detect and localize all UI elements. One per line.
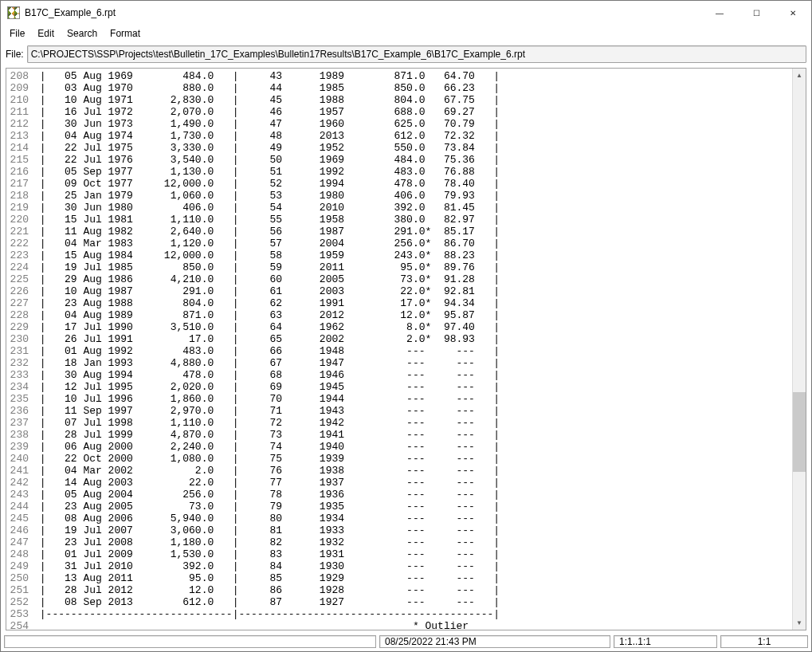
line-text: | 22 Jul 1975 3,330.0 | 49 1952 550.0 73… bbox=[32, 142, 792, 154]
editor-line[interactable]: 219 | 30 Jun 1980 406.0 | 54 2010 392.0 … bbox=[6, 202, 792, 214]
editor-line[interactable]: 247 | 23 Jul 2008 1,180.0 | 82 1932 --- … bbox=[6, 536, 792, 548]
editor-line[interactable]: 239 | 06 Aug 2000 2,240.0 | 74 1940 --- … bbox=[6, 441, 792, 453]
statusbar: 08/25/2022 21:43 PM 1:1..1:1 1:1 bbox=[1, 634, 811, 651]
line-number: 254 bbox=[6, 620, 32, 630]
app-window: B17C_Example_6.rpt — ☐ ✕ File Edit Searc… bbox=[0, 0, 812, 652]
editor-line[interactable]: 217 | 09 Oct 1977 12,000.0 | 52 1994 478… bbox=[6, 178, 792, 190]
editor-line[interactable]: 221 | 11 Aug 1982 2,640.0 | 56 1987 291.… bbox=[6, 226, 792, 238]
editor-line[interactable]: 215 | 22 Jul 1976 3,540.0 | 50 1969 484.… bbox=[6, 154, 792, 166]
window-title: B17C_Example_6.rpt bbox=[25, 7, 701, 18]
editor-line[interactable]: 223 | 15 Aug 1984 12,000.0 | 58 1959 243… bbox=[6, 249, 792, 261]
chevron-down-icon: ▼ bbox=[796, 619, 802, 626]
line-number: 223 bbox=[6, 249, 32, 261]
line-number: 248 bbox=[6, 548, 32, 560]
editor-line[interactable]: 241 | 04 Mar 2002 2.0 | 76 1938 --- --- … bbox=[6, 465, 792, 477]
line-text: | 30 Jun 1973 1,490.0 | 47 1960 625.0 70… bbox=[32, 118, 792, 130]
line-number: 213 bbox=[6, 130, 32, 142]
minimize-button[interactable]: — bbox=[701, 1, 738, 25]
scroll-down-button[interactable]: ▼ bbox=[793, 616, 806, 630]
line-number: 240 bbox=[6, 453, 32, 465]
editor-line[interactable]: 234 | 12 Jul 1995 2,020.0 | 69 1945 --- … bbox=[6, 381, 792, 393]
app-icon bbox=[7, 6, 20, 19]
editor-line[interactable]: 228 | 04 Aug 1989 871.0 | 63 2012 12.0* … bbox=[6, 309, 792, 321]
editor-line[interactable]: 238 | 28 Jul 1999 4,870.0 | 73 1941 --- … bbox=[6, 429, 792, 441]
editor-body[interactable]: 208 | 05 Aug 1969 484.0 | 43 1989 871.0 … bbox=[6, 69, 792, 630]
line-text: | 04 Mar 1983 1,120.0 | 57 2004 256.0* 8… bbox=[32, 238, 792, 249]
editor-line[interactable]: 218 | 25 Jan 1979 1,060.0 | 53 1980 406.… bbox=[6, 190, 792, 202]
editor-line[interactable]: 243 | 05 Aug 2004 256.0 | 78 1936 --- --… bbox=[6, 489, 792, 501]
editor-line[interactable]: 224 | 19 Jul 1985 850.0 | 59 2011 95.0* … bbox=[6, 261, 792, 273]
editor-line[interactable]: 213 | 04 Aug 1974 1,730.0 | 48 2013 612.… bbox=[6, 130, 792, 142]
line-number: 235 bbox=[6, 393, 32, 405]
titlebar[interactable]: B17C_Example_6.rpt — ☐ ✕ bbox=[1, 1, 811, 25]
editor-line[interactable]: 242 | 14 Aug 2003 22.0 | 77 1937 --- ---… bbox=[6, 477, 792, 489]
line-number: 250 bbox=[6, 572, 32, 584]
editor-line[interactable]: 209 | 03 Aug 1970 880.0 | 44 1985 850.0 … bbox=[6, 82, 792, 94]
line-number: 237 bbox=[6, 417, 32, 429]
menu-search[interactable]: Search bbox=[61, 26, 103, 41]
editor-line[interactable]: 216 | 05 Sep 1977 1,130.0 | 51 1992 483.… bbox=[6, 166, 792, 178]
scroll-up-button[interactable]: ▲ bbox=[793, 69, 806, 82]
editor-line[interactable]: 211 | 16 Jul 1972 2,070.0 | 46 1957 688.… bbox=[6, 106, 792, 118]
chevron-up-icon: ▲ bbox=[796, 72, 802, 79]
close-button[interactable]: ✕ bbox=[775, 1, 811, 25]
maximize-button[interactable]: ☐ bbox=[738, 1, 775, 25]
editor-line[interactable]: 254 * Outlier bbox=[6, 620, 792, 630]
line-number: 218 bbox=[6, 190, 32, 202]
editor-line[interactable]: 251 | 28 Jul 2012 12.0 | 86 1928 --- ---… bbox=[6, 584, 792, 596]
line-number: 234 bbox=[6, 381, 32, 393]
line-text: | 05 Aug 2004 256.0 | 78 1936 --- --- | bbox=[32, 489, 792, 501]
scroll-thumb[interactable] bbox=[793, 392, 806, 473]
editor-line[interactable]: 246 | 19 Jul 2007 3,060.0 | 81 1933 --- … bbox=[6, 524, 792, 536]
editor-line[interactable]: 236 | 11 Sep 1997 2,970.0 | 71 1943 --- … bbox=[6, 405, 792, 417]
line-text: | 10 Aug 1987 291.0 | 61 2003 22.0* 92.8… bbox=[32, 285, 792, 297]
line-text: | 22 Jul 1976 3,540.0 | 50 1969 484.0 75… bbox=[32, 154, 792, 166]
editor-line[interactable]: 244 | 23 Aug 2005 73.0 | 79 1935 --- ---… bbox=[6, 501, 792, 513]
line-number: 243 bbox=[6, 489, 32, 501]
line-text: | 10 Jul 1996 1,860.0 | 70 1944 --- --- … bbox=[32, 393, 792, 405]
editor-line[interactable]: 237 | 07 Jul 1998 1,110.0 | 72 1942 --- … bbox=[6, 417, 792, 429]
editor-line[interactable]: 252 | 08 Sep 2013 612.0 | 87 1927 --- --… bbox=[6, 596, 792, 608]
editor-line[interactable]: 253 |------------------------------|----… bbox=[6, 608, 792, 620]
line-number: 231 bbox=[6, 345, 32, 357]
menu-format[interactable]: Format bbox=[104, 26, 146, 41]
editor-line[interactable]: 240 | 22 Oct 2000 1,080.0 | 75 1939 --- … bbox=[6, 453, 792, 465]
line-text: | 23 Aug 1988 804.0 | 62 1991 17.0* 94.3… bbox=[32, 297, 792, 309]
editor-line[interactable]: 233 | 30 Aug 1994 478.0 | 68 1946 --- --… bbox=[6, 369, 792, 381]
editor-line[interactable]: 250 | 13 Aug 2011 95.0 | 85 1929 --- ---… bbox=[6, 572, 792, 584]
editor-line[interactable]: 231 | 01 Aug 1992 483.0 | 66 1948 --- --… bbox=[6, 345, 792, 357]
line-number: 212 bbox=[6, 118, 32, 130]
line-text: | 04 Mar 2002 2.0 | 76 1938 --- --- | bbox=[32, 465, 792, 477]
file-path-field[interactable]: C:\PROJECTS\SSP\Projects\test\Bulletin_1… bbox=[27, 45, 806, 63]
line-text: | 17 Jul 1990 3,510.0 | 64 1962 8.0* 97.… bbox=[32, 321, 792, 333]
menu-file[interactable]: File bbox=[4, 26, 30, 41]
editor-line[interactable]: 210 | 10 Aug 1971 2,830.0 | 45 1988 804.… bbox=[6, 94, 792, 106]
scroll-track[interactable] bbox=[793, 82, 806, 616]
editor-line[interactable]: 248 | 01 Jul 2009 1,530.0 | 83 1931 --- … bbox=[6, 548, 792, 560]
editor-line[interactable]: 230 | 26 Jul 1991 17.0 | 65 2002 2.0* 98… bbox=[6, 333, 792, 345]
line-text: | 22 Oct 2000 1,080.0 | 75 1939 --- --- … bbox=[32, 453, 792, 465]
editor-line[interactable]: 227 | 23 Aug 1988 804.0 | 62 1991 17.0* … bbox=[6, 297, 792, 309]
vertical-scrollbar[interactable]: ▲ ▼ bbox=[792, 69, 806, 630]
editor-line[interactable]: 226 | 10 Aug 1987 291.0 | 61 2003 22.0* … bbox=[6, 285, 792, 297]
editor-line[interactable]: 232 | 18 Jan 1993 4,880.0 | 67 1947 --- … bbox=[6, 357, 792, 369]
editor-line[interactable]: 208 | 05 Aug 1969 484.0 | 43 1989 871.0 … bbox=[6, 70, 792, 82]
editor-line[interactable]: 220 | 15 Jul 1981 1,110.0 | 55 1958 380.… bbox=[6, 214, 792, 226]
line-text: | 26 Jul 1991 17.0 | 65 2002 2.0* 98.93 … bbox=[32, 333, 792, 345]
editor-line[interactable]: 222 | 04 Mar 1983 1,120.0 | 57 2004 256.… bbox=[6, 238, 792, 249]
editor-line[interactable]: 235 | 10 Jul 1996 1,860.0 | 70 1944 --- … bbox=[6, 393, 792, 405]
editor-line[interactable]: 249 | 31 Jul 2010 392.0 | 84 1930 --- --… bbox=[6, 560, 792, 572]
editor-line[interactable]: 225 | 29 Aug 1986 4,210.0 | 60 2005 73.0… bbox=[6, 273, 792, 285]
editor-line[interactable]: 212 | 30 Jun 1973 1,490.0 | 47 1960 625.… bbox=[6, 118, 792, 130]
editor-line[interactable]: 245 | 08 Aug 2006 5,940.0 | 80 1934 --- … bbox=[6, 513, 792, 524]
line-number: 244 bbox=[6, 501, 32, 513]
line-number: 230 bbox=[6, 333, 32, 345]
line-text: | 12 Jul 1995 2,020.0 | 69 1945 --- --- … bbox=[32, 381, 792, 393]
menu-edit[interactable]: Edit bbox=[32, 26, 60, 41]
line-number: 225 bbox=[6, 273, 32, 285]
line-number: 209 bbox=[6, 82, 32, 94]
line-number: 242 bbox=[6, 477, 32, 489]
editor-line[interactable]: 229 | 17 Jul 1990 3,510.0 | 64 1962 8.0*… bbox=[6, 321, 792, 333]
line-text: | 04 Aug 1989 871.0 | 63 2012 12.0* 95.8… bbox=[32, 309, 792, 321]
editor-line[interactable]: 214 | 22 Jul 1975 3,330.0 | 49 1952 550.… bbox=[6, 142, 792, 154]
